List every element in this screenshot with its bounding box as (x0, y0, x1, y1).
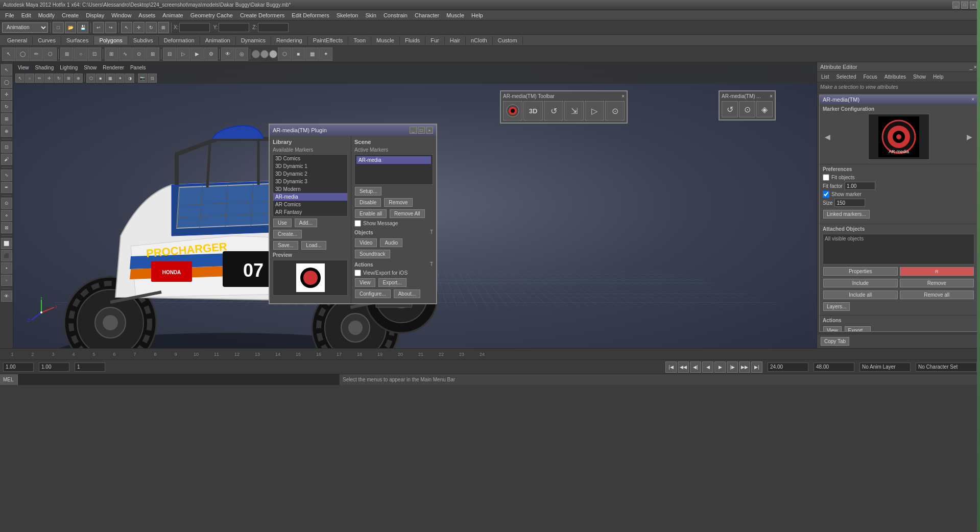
setup-button[interactable]: Setup... (355, 187, 381, 196)
ae-tab-show[interactable]: Show (912, 74, 927, 80)
menu-create-deformers[interactable]: Create Deformers (237, 11, 288, 19)
show-marker-check[interactable] (823, 191, 829, 198)
new-scene-btn[interactable]: □ (53, 22, 64, 33)
remove-button[interactable]: Remove (384, 198, 412, 207)
ipr-btn[interactable]: ▶ (190, 47, 204, 61)
prev-marker-arrow[interactable]: ◀ (823, 133, 832, 141)
anim-indicator-field[interactable]: 1 (75, 362, 105, 372)
z-field[interactable] (258, 23, 289, 32)
menu-file[interactable]: File (2, 11, 17, 19)
y-field[interactable] (219, 23, 249, 32)
marker-3d-modern[interactable]: 3D Modern (273, 185, 347, 193)
prev-frame-btn[interactable]: ◀◀ (678, 361, 689, 373)
pen-tool[interactable]: ✒ (1, 182, 12, 193)
scale-tool[interactable]: ⊞ (1, 113, 12, 125)
vt-universal[interactable]: ⊕ (74, 74, 83, 83)
layers-button[interactable]: Layers... (823, 302, 850, 311)
soft-sel-btn[interactable]: ⬡ (43, 47, 57, 61)
tab-surfaces[interactable]: Surfaces (61, 36, 94, 44)
audio-button[interactable]: Audio (380, 238, 402, 247)
snap-point-btn[interactable]: ⊙ (132, 47, 146, 61)
close-button[interactable]: × (970, 2, 977, 9)
ae-tab-selected[interactable]: Selected (835, 74, 857, 80)
active-marker-item[interactable]: AR-media (356, 156, 431, 164)
move-tool[interactable]: ✛ (1, 89, 12, 100)
paint-sel-btn[interactable]: ✏ (30, 47, 43, 61)
tab-dynamics[interactable]: Dynamics (236, 36, 271, 44)
render-btn[interactable]: ▷ (177, 47, 190, 61)
vt-ortho[interactable]: ⊡ (148, 74, 157, 83)
include-all-button[interactable]: Include all (823, 291, 898, 299)
lasso-tool[interactable]: ◯ (1, 77, 12, 88)
dialog-minimize[interactable]: _ (410, 127, 417, 134)
light2-btn[interactable] (260, 50, 269, 58)
vt-camera[interactable]: 📷 (138, 74, 147, 83)
ar-panel-close[interactable]: × (971, 96, 974, 103)
ik-tool[interactable]: ⋄ (1, 210, 12, 221)
include-button[interactable]: Include (823, 279, 898, 287)
marker-3d-dyn1[interactable]: 3D Dynamic 1 (273, 162, 347, 170)
ae-minimize[interactable]: _ (969, 64, 972, 70)
quick-layout-2[interactable]: ⬛ (1, 250, 12, 261)
soft-mod-tool[interactable]: ⊡ (1, 141, 12, 153)
create-button[interactable]: Create... (273, 230, 302, 238)
actions-pin[interactable]: T (430, 261, 433, 267)
quick-layout-1[interactable]: ⬜ (1, 238, 12, 249)
vt-solid[interactable]: ■ (96, 74, 105, 83)
anim-end-start-field[interactable]: 24.00 (768, 362, 808, 372)
fit-objects-check[interactable] (823, 174, 829, 181)
remove-obj-button[interactable]: Remove (900, 279, 974, 287)
objects-pin[interactable]: T (430, 229, 433, 235)
save-btn[interactable]: 💾 (77, 22, 88, 33)
ar-small-btn-2[interactable]: ⊙ (739, 101, 755, 117)
ar-btn-5[interactable]: ▷ (585, 101, 604, 120)
animation-dropdown[interactable]: Animation (2, 22, 48, 33)
vm-renderer[interactable]: Renderer (100, 64, 127, 71)
tab-painteffects[interactable]: PaintEffects (308, 36, 349, 44)
rotate-btn[interactable]: ↻ (146, 22, 157, 33)
tab-rendering[interactable]: Rendering (271, 36, 308, 44)
dialog-close[interactable]: × (426, 127, 433, 134)
light1-btn[interactable] (252, 50, 260, 58)
marker-ar-comics[interactable]: AR Comics (273, 201, 347, 208)
x-field[interactable] (179, 23, 210, 32)
redo-btn[interactable]: ↪ (105, 22, 116, 33)
tab-fluids[interactable]: Fluids (400, 36, 425, 44)
goto-start-btn[interactable]: |◀ (665, 361, 677, 373)
vt-shadow[interactable]: ◑ (125, 74, 134, 83)
vm-lighting[interactable]: Lighting (57, 64, 80, 71)
open-btn[interactable]: 📂 (65, 22, 76, 33)
scene-view-button[interactable]: View (355, 278, 375, 287)
vt-lasso[interactable]: ○ (25, 74, 34, 83)
maximize-button[interactable]: □ (961, 2, 968, 9)
dialog-maximize[interactable]: □ (418, 127, 425, 134)
cluster-tool[interactable]: ⊠ (1, 222, 12, 233)
vt-paint[interactable]: ✏ (35, 74, 44, 83)
size-input[interactable]: 150 (834, 199, 865, 207)
tab-muscle[interactable]: Muscle (371, 36, 400, 44)
vm-shading[interactable]: Shading (33, 64, 57, 71)
render-settings-btn[interactable]: ⚙ (204, 47, 218, 61)
tab-custom[interactable]: Custom (493, 36, 523, 44)
video-button[interactable]: Video (355, 238, 377, 247)
goto-end-btn[interactable]: ▶| (751, 361, 762, 373)
menu-display[interactable]: Display (83, 11, 107, 19)
snap-view-btn[interactable]: ⊞ (146, 47, 159, 61)
menu-constrain[interactable]: Constrain (380, 11, 411, 19)
tab-ncloth[interactable]: nCloth (466, 36, 493, 44)
menu-window[interactable]: Window (108, 11, 134, 19)
light-btn[interactable]: ✦ (319, 47, 332, 61)
menu-skeleton[interactable]: Skeleton (333, 11, 362, 19)
scene-export-button[interactable]: Export... (378, 278, 407, 287)
disable-button[interactable]: Disable (355, 198, 381, 207)
select-btn[interactable]: ↖ (121, 22, 132, 33)
menu-character[interactable]: Character (412, 11, 442, 19)
vm-panels[interactable]: Panels (128, 64, 149, 71)
menu-muscle[interactable]: Muscle (443, 11, 467, 19)
menu-animate[interactable]: Animate (159, 11, 186, 19)
joint-tool[interactable]: ⊙ (1, 198, 12, 209)
quick-layout-3[interactable]: ▪ (1, 262, 12, 274)
component-btn[interactable]: ⊡ (88, 47, 101, 61)
tab-subdivs[interactable]: Subdivs (128, 36, 159, 44)
menu-edit[interactable]: Edit (18, 11, 34, 19)
